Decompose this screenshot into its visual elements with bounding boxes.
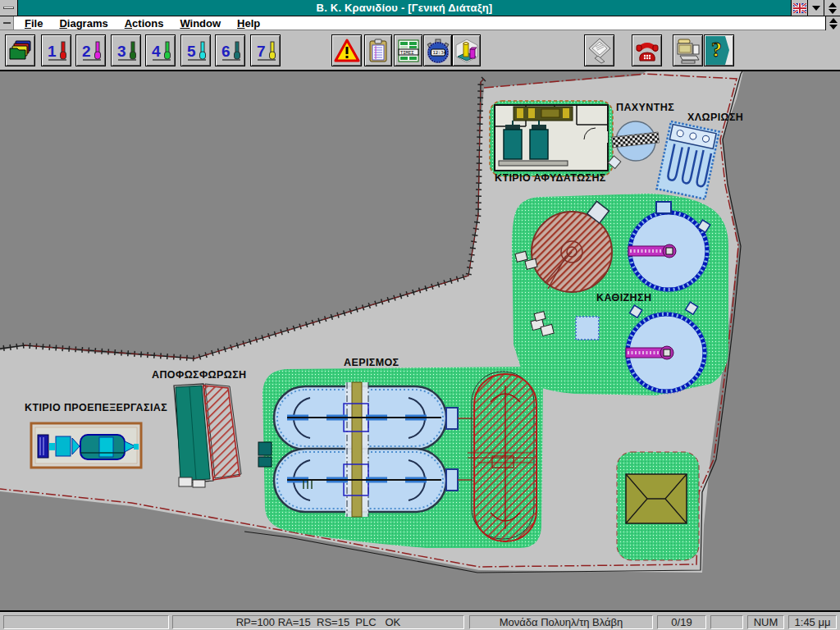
svg-text:?: ?	[711, 38, 722, 62]
plc-status-panel: RP=100 RA=15 RS=15 PLC OK	[172, 615, 464, 629]
menu-actions[interactable]: Actions	[119, 16, 170, 30]
help-button[interactable]: ?	[704, 34, 734, 66]
restore-button[interactable]	[824, 0, 840, 16]
aeration-outlet-2	[446, 469, 458, 491]
diagram-3-button[interactable]: 3	[111, 34, 141, 66]
stopwatch-icon: 12:34	[426, 39, 450, 63]
pretreatment-building-unit[interactable]	[31, 423, 141, 468]
svg-text:2: 2	[82, 43, 91, 60]
alarm-message-panel: Μονάδα Πολυηλ/τη Βλάβη	[469, 615, 653, 629]
application-window: Β. Κ. Κρανιδίου - [Γενική Διάταξη] File …	[0, 0, 840, 630]
svg-text:7: 7	[257, 43, 266, 60]
child-restore-button[interactable]	[825, 16, 840, 30]
bar-chart-3d-icon	[454, 39, 479, 63]
minimize-icon	[812, 6, 820, 11]
title-bar: Β. Κ. Κρανιδίου - [Γενική Διάταξη]	[0, 0, 840, 16]
khaki-roof-building[interactable]	[626, 474, 687, 523]
print-button[interactable]	[584, 34, 614, 66]
status-spacer-panel	[710, 615, 743, 629]
diagram-1-icon: 1	[43, 39, 70, 63]
open-diagrams-button[interactable]	[5, 34, 35, 66]
menu-help[interactable]: Help	[231, 16, 266, 30]
warning-triangle-icon	[334, 39, 360, 63]
svg-text:12:34: 12:34	[432, 50, 446, 55]
clipboard-icon	[366, 39, 390, 63]
diagram-7-icon: 7	[253, 39, 279, 63]
diagram-6-button[interactable]: 6	[215, 34, 245, 66]
help-icon: ?	[705, 36, 733, 65]
phone-button[interactable]	[632, 34, 662, 66]
timer-button[interactable]: 12:34	[423, 34, 452, 66]
aeration-walkway	[344, 382, 368, 517]
diagram-4-button[interactable]: 4	[145, 34, 176, 66]
menu-file[interactable]: File	[19, 16, 48, 30]
diagram-6-icon: 6	[217, 39, 244, 63]
status-empty-panel	[3, 615, 169, 629]
diagram-4-icon: 4	[148, 39, 174, 63]
minimize-button[interactable]	[807, 0, 824, 16]
svg-text:6: 6	[221, 43, 231, 60]
remote-connection-button[interactable]	[673, 34, 703, 66]
diagram-2-button[interactable]: 2	[75, 34, 106, 66]
telephone-icon	[634, 39, 660, 63]
language-flag-button[interactable]	[791, 0, 807, 16]
system-menu-icon	[3, 7, 14, 9]
child-system-menu-button[interactable]	[0, 16, 14, 30]
alarms-button[interactable]	[331, 34, 362, 66]
diagram-1-button[interactable]: 1	[41, 34, 71, 66]
clock-panel: 1:45 μμ	[788, 615, 837, 629]
aeration-outlet-1	[446, 408, 458, 429]
alarm-counter-panel: 0/19	[657, 615, 706, 629]
report-button[interactable]	[364, 34, 392, 66]
computer-phone-icon	[675, 38, 701, 64]
dephosphorization-label: ΑΠΟΦΩΣΦΩΡΩΣΗ	[152, 369, 247, 381]
menu-diagrams[interactable]: Diagrams	[53, 16, 113, 30]
charts-button[interactable]	[452, 34, 481, 66]
diagram-2-icon: 2	[78, 39, 104, 63]
svg-text:1: 1	[48, 43, 57, 60]
clarifier-2-scraper-bridge	[626, 346, 673, 359]
clarification-label: ΚΑΘΙΖΗΣΗ	[596, 292, 651, 304]
dewatering-building-unit[interactable]	[495, 105, 608, 171]
child-restore-icon	[829, 18, 838, 30]
dewatering-building-label: ΚΤΙΡΙΟ ΑΦΥΔΑΤΩΣΗΣ	[495, 172, 606, 184]
distribution-chamber	[576, 317, 599, 340]
svg-text:3: 3	[117, 43, 126, 60]
diagram-7-button[interactable]: 7	[250, 34, 281, 66]
diagram-5-icon: 5	[183, 39, 209, 63]
printer-icon	[587, 38, 613, 64]
toolbar: 1 2 3 4	[0, 30, 840, 71]
values-table-icon: ΤΙΜΕΣ	[396, 39, 421, 63]
child-system-menu-icon	[3, 22, 11, 24]
window-title: Β. Κ. Κρανιδίου - [Γενική Διάταξη]	[18, 0, 791, 16]
uk-flag-icon	[793, 3, 806, 13]
diagram-3-icon: 3	[113, 39, 139, 63]
svg-text:5: 5	[187, 43, 196, 60]
diagram-5-button[interactable]: 5	[180, 34, 211, 66]
menu-bar: File Diagrams Actions Window Help	[0, 16, 840, 30]
restore-icon	[829, 2, 837, 14]
pretreatment-building-label: ΚΤΙΡΙΟ ΠΡΟΕΠΕΞΕΡΓΑΣΙΑΣ	[25, 402, 167, 413]
menu-window[interactable]: Window	[174, 16, 226, 30]
future-tank-hatched	[468, 372, 536, 541]
aeration-label: ΑΕΡΙΣΜΟΣ	[344, 357, 399, 368]
system-menu-button[interactable]	[0, 0, 18, 16]
svg-text:ΤΙΜΕΣ: ΤΙΜΕΣ	[400, 49, 414, 54]
clarifier-1-scraper-bridge	[628, 244, 676, 258]
chlorination-label: ΧΛΩΡΙΩΣΗ	[687, 112, 743, 123]
plant-overview-canvas: ΚΤΙΡΙΟ ΑΦΥΔΑΤΩΣΗΣ ΠΑΧΥΝΤΗΣ ΧΛΩΡΙΩΣΗ	[0, 71, 840, 610]
folders-icon	[7, 38, 34, 64]
numlock-panel: NUM	[747, 615, 784, 629]
thickener-label: ΠΑΧΥΝΤΗΣ	[616, 102, 674, 113]
svg-text:4: 4	[152, 43, 161, 60]
status-bar: RP=100 RA=15 RS=15 PLC OK Μονάδα Πολυηλ/…	[0, 610, 840, 630]
values-table-button[interactable]: ΤΙΜΕΣ	[394, 34, 422, 66]
